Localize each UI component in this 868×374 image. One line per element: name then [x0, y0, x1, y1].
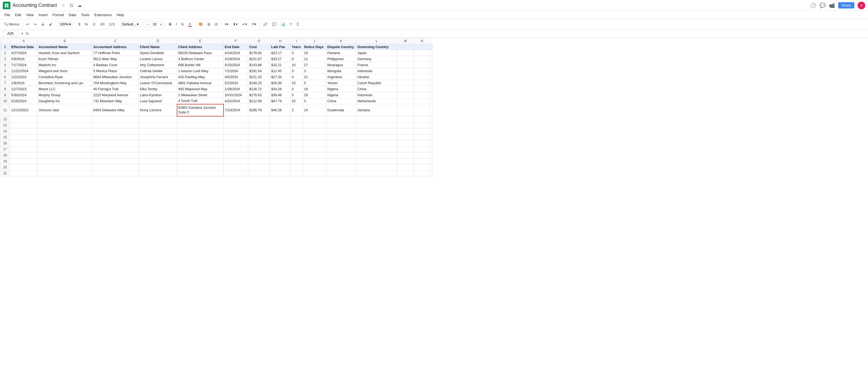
- cell-C3[interactable]: 9512 Main Way: [92, 56, 139, 62]
- cell-5[interactable]: [397, 68, 414, 74]
- cell-D4[interactable]: Arty Colleymore: [139, 62, 177, 68]
- row-header-10[interactable]: 10: [0, 98, 10, 104]
- cell-E9[interactable]: 2 Milwaukee Street: [177, 92, 223, 98]
- cell-18[interactable]: [397, 152, 414, 158]
- menu-edit[interactable]: Edit: [13, 12, 23, 18]
- cell-D9[interactable]: Laina Kynston: [139, 92, 177, 98]
- cell-B2[interactable]: Hackett, Koss and Sanford: [37, 50, 92, 56]
- cell-extra-5-0[interactable]: [414, 68, 430, 74]
- cell-K20[interactable]: [326, 164, 356, 170]
- cell-H17[interactable]: [270, 146, 290, 152]
- menu-extensions[interactable]: Extensions: [92, 12, 114, 18]
- cell-L6[interactable]: Ukraine: [356, 74, 397, 80]
- cell-14[interactable]: [397, 128, 414, 134]
- cell-extra-10-0[interactable]: [414, 98, 430, 104]
- cell-L17[interactable]: [356, 146, 397, 152]
- currency-button[interactable]: $: [76, 21, 82, 27]
- cell-G7[interactable]: $140.25: [248, 80, 270, 86]
- cell-extra-18-1[interactable]: [430, 152, 433, 158]
- cell-F5[interactable]: 7/2/2024: [223, 68, 248, 74]
- cell-F11[interactable]: 7/10/2024: [223, 104, 248, 116]
- cell-K6[interactable]: Argentina: [326, 74, 356, 80]
- cell-K18[interactable]: [326, 152, 356, 158]
- cell-C11[interactable]: 6454 Delaware Alley: [92, 104, 139, 116]
- cell-H21[interactable]: [270, 170, 290, 176]
- cell-extra-5-1[interactable]: [430, 68, 433, 74]
- cell-C12[interactable]: [92, 116, 139, 122]
- cell-K7[interactable]: Yemen: [326, 80, 356, 86]
- cell-H14[interactable]: [270, 128, 290, 134]
- cell-J17[interactable]: [303, 146, 326, 152]
- cell-I15[interactable]: [290, 134, 303, 140]
- cell-C4[interactable]: 4 Badeau Court: [92, 62, 139, 68]
- cell-L3[interactable]: Germany: [356, 56, 397, 62]
- menu-file[interactable]: File: [2, 12, 12, 18]
- cell-extra-16-1[interactable]: [430, 140, 433, 146]
- cell-J15[interactable]: [303, 134, 326, 140]
- cell-G6[interactable]: $121.33: [248, 74, 270, 80]
- cell-C10[interactable]: 731 Bluestem Way: [92, 98, 139, 104]
- row-header-14[interactable]: 14: [0, 128, 10, 134]
- col-header-i[interactable]: I: [290, 38, 303, 44]
- cell-L8[interactable]: China: [356, 86, 397, 92]
- row-header-17[interactable]: 17: [0, 146, 10, 152]
- row-header-16[interactable]: 16: [0, 140, 10, 146]
- cell-C9[interactable]: 2223 Maryland Avenue: [92, 92, 139, 98]
- cell-E15[interactable]: [177, 134, 223, 140]
- cell-extra-1-0[interactable]: [414, 44, 430, 50]
- col-header-l[interactable]: L: [356, 38, 397, 44]
- cell-B8[interactable]: Moore LLC: [37, 86, 92, 92]
- cell-A11[interactable]: 12/13/2023: [10, 104, 37, 116]
- cell-C6[interactable]: 9604 Milwaukee Junction: [92, 74, 139, 80]
- cell-J3[interactable]: 12: [303, 56, 326, 62]
- cell-G2[interactable]: $178.00: [248, 50, 270, 56]
- cell-K21[interactable]: [326, 170, 356, 176]
- cell-G1[interactable]: Cost: [248, 44, 270, 50]
- cell-I19[interactable]: [290, 158, 303, 164]
- cell-K9[interactable]: Nigeria: [326, 92, 356, 98]
- functions-button[interactable]: Σ: [295, 21, 301, 27]
- cell-3[interactable]: [397, 56, 414, 62]
- cell-I8[interactable]: 3: [290, 86, 303, 92]
- cell-E6[interactable]: 416 Pawling Alley: [177, 74, 223, 80]
- cell-extra-12-1[interactable]: [430, 116, 433, 122]
- cell-G18[interactable]: [248, 152, 270, 158]
- cell-extra-21-1[interactable]: [430, 170, 433, 176]
- strikethrough-button[interactable]: S: [180, 21, 185, 27]
- cell-extra-12-0[interactable]: [414, 116, 430, 122]
- cell-extra-13-0[interactable]: [414, 122, 430, 128]
- cell-F1[interactable]: End Date: [223, 44, 248, 50]
- bold-button[interactable]: B: [167, 21, 173, 27]
- cell-L4[interactable]: France: [356, 62, 397, 68]
- cell-J20[interactable]: [303, 164, 326, 170]
- cell-L16[interactable]: [356, 140, 397, 146]
- cell-L13[interactable]: [356, 122, 397, 128]
- cell-B17[interactable]: [37, 146, 92, 152]
- cell-B4[interactable]: Waelchi Inc: [37, 62, 92, 68]
- merge-cells-button[interactable]: ⊟: [213, 21, 219, 27]
- cell-K19[interactable]: [326, 158, 356, 164]
- cell-L20[interactable]: [356, 164, 397, 170]
- cell-D15[interactable]: [139, 134, 177, 140]
- cell-I17[interactable]: [290, 146, 303, 152]
- col-header-e[interactable]: E: [177, 38, 223, 44]
- cell-A4[interactable]: 7/17/2024: [10, 62, 37, 68]
- cell-D8[interactable]: Elka Temby: [139, 86, 177, 92]
- cell-extra-4-0[interactable]: [414, 62, 430, 68]
- cell-E8[interactable]: 493 Waywood Way: [177, 86, 223, 92]
- cell-I11[interactable]: 2: [290, 104, 303, 116]
- cell-G12[interactable]: [248, 116, 270, 122]
- cell-I3[interactable]: 9: [290, 56, 303, 62]
- cell-C5[interactable]: 5 Monica Plaza: [92, 68, 139, 74]
- cell-1[interactable]: [397, 44, 414, 50]
- cell-extra-2-0[interactable]: [414, 50, 430, 56]
- cell-A5[interactable]: 11/22/2024: [10, 68, 37, 74]
- cell-extra-4-1[interactable]: [430, 62, 433, 68]
- cell-C18[interactable]: [92, 152, 139, 158]
- cell-F15[interactable]: [223, 134, 248, 140]
- cell-F13[interactable]: [223, 122, 248, 128]
- cell-I12[interactable]: [290, 116, 303, 122]
- cell-F3[interactable]: 3/18/2024: [223, 56, 248, 62]
- percent-button[interactable]: %: [83, 21, 90, 27]
- video-icon[interactable]: 📹: [829, 2, 835, 8]
